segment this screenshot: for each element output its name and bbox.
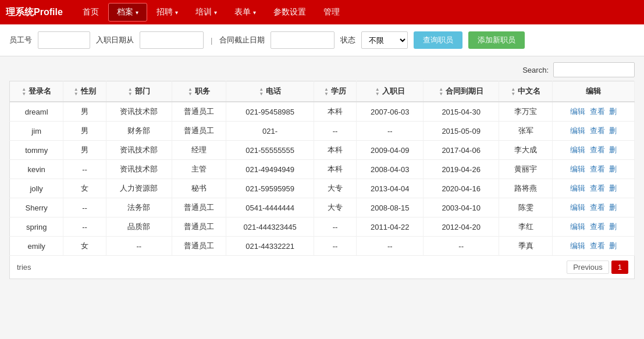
nav-item-首页[interactable]: 首页 bbox=[74, 3, 107, 21]
col-header-education[interactable]: ▲▼学历 bbox=[314, 81, 357, 102]
action-编辑[interactable]: 编辑 bbox=[570, 165, 585, 173]
cell-contract_end: 2003-04-10 bbox=[424, 198, 499, 217]
cell-cn_name[interactable]: 陈雯 bbox=[499, 198, 553, 217]
nav-item-参数设置[interactable]: 参数设置 bbox=[265, 3, 314, 21]
table-row: jim男财务部普通员工021-----2015-05-09张军编辑 查看 删 bbox=[10, 122, 635, 141]
nav-item-招聘[interactable]: 招聘▾ bbox=[148, 3, 186, 21]
action-编辑[interactable]: 编辑 bbox=[570, 126, 585, 135]
action-删[interactable]: 删 bbox=[609, 184, 617, 192]
chevron-down-icon: ▾ bbox=[175, 9, 178, 16]
cell-phone: 021-49494949 bbox=[226, 160, 314, 179]
cell-actions[interactable]: 编辑 查看 删 bbox=[553, 102, 635, 122]
cell-actions[interactable]: 编辑 查看 删 bbox=[553, 198, 635, 217]
cell-dept: -- bbox=[106, 237, 172, 256]
action-删[interactable]: 删 bbox=[609, 126, 617, 135]
cell-actions[interactable]: 编辑 查看 删 bbox=[553, 217, 635, 237]
col-header-cn_name[interactable]: ▲▼中文名 bbox=[499, 81, 553, 102]
cell-position: 普通员工 bbox=[172, 122, 226, 141]
nav-items: 首页档案▾招聘▾培训▾表单▾参数设置管理 bbox=[74, 3, 348, 22]
cell-cn_name[interactable]: 张军 bbox=[499, 122, 553, 141]
col-header-gender[interactable]: ▲▼性别 bbox=[63, 81, 106, 102]
page-1-button[interactable]: 1 bbox=[611, 261, 628, 274]
cell-join_date: 2007-06-03 bbox=[357, 102, 424, 122]
table-row: dreaml男资讯技术部普通员工021-95458985本科2007-06-03… bbox=[10, 102, 635, 122]
cell-phone: 021-59595959 bbox=[226, 179, 314, 198]
action-编辑[interactable]: 编辑 bbox=[570, 145, 585, 154]
employees-table: ▲▼登录名▲▼性别▲▼部门▲▼职务▲▼电话▲▼学历▲▼入职日▲▼合同到期日▲▼中… bbox=[9, 81, 635, 256]
col-header-position[interactable]: ▲▼职务 bbox=[172, 81, 226, 102]
cell-cn_name[interactable]: 李万宝 bbox=[499, 102, 553, 122]
cell-dept: 资讯技术部 bbox=[106, 141, 172, 160]
cell-phone: 021-95458985 bbox=[226, 102, 314, 122]
contract-end-label: 合同截止日期 bbox=[219, 35, 265, 45]
action-查看[interactable]: 查看 bbox=[590, 222, 605, 231]
action-删[interactable]: 删 bbox=[609, 241, 617, 250]
add-employee-button[interactable]: 添加新职员 bbox=[468, 31, 525, 49]
employee-id-input[interactable] bbox=[38, 31, 90, 49]
cell-cn_name[interactable]: 季真 bbox=[499, 237, 553, 256]
col-header-login[interactable]: ▲▼登录名 bbox=[10, 81, 63, 102]
action-查看[interactable]: 查看 bbox=[590, 184, 605, 192]
cell-actions[interactable]: 编辑 查看 删 bbox=[553, 179, 635, 198]
cell-position: 普通员工 bbox=[172, 217, 226, 237]
action-编辑[interactable]: 编辑 bbox=[570, 222, 585, 231]
nav-item-档案[interactable]: 档案▾ bbox=[108, 3, 147, 22]
action-删[interactable]: 删 bbox=[609, 222, 617, 231]
action-编辑[interactable]: 编辑 bbox=[570, 241, 585, 250]
col-header-join_date[interactable]: ▲▼入职日 bbox=[357, 81, 424, 102]
action-编辑[interactable]: 编辑 bbox=[570, 107, 585, 116]
col-header-phone[interactable]: ▲▼电话 bbox=[226, 81, 314, 102]
status-select[interactable]: 不限在职离职试用 bbox=[361, 31, 408, 49]
cell-login: jim bbox=[10, 122, 63, 141]
col-header-dept[interactable]: ▲▼部门 bbox=[106, 81, 172, 102]
table-row: spring--品质部普通员工021-444323445--2011-04-22… bbox=[10, 217, 635, 237]
search-label: Search: bbox=[522, 66, 549, 74]
col-header-actions[interactable]: 编辑 bbox=[553, 81, 635, 102]
cell-dept: 品质部 bbox=[106, 217, 172, 237]
cell-join_date: 2008-08-15 bbox=[357, 198, 424, 217]
join-date-from-input[interactable] bbox=[140, 31, 204, 49]
action-编辑[interactable]: 编辑 bbox=[570, 203, 585, 212]
nav-item-表单[interactable]: 表单▾ bbox=[226, 3, 264, 21]
cell-actions[interactable]: 编辑 查看 删 bbox=[553, 141, 635, 160]
cell-dept: 人力资源部 bbox=[106, 179, 172, 198]
cell-actions[interactable]: 编辑 查看 删 bbox=[553, 122, 635, 141]
nav-item-管理[interactable]: 管理 bbox=[315, 3, 348, 21]
cell-dept: 法务部 bbox=[106, 198, 172, 217]
cell-cn_name[interactable]: 李红 bbox=[499, 217, 553, 237]
cell-gender: -- bbox=[63, 198, 106, 217]
cell-cn_name[interactable]: 黄丽宇 bbox=[499, 160, 553, 179]
cell-contract_end: 2012-04-20 bbox=[424, 217, 499, 237]
cell-login: tommy bbox=[10, 141, 63, 160]
action-查看[interactable]: 查看 bbox=[590, 107, 605, 116]
sort-icon: ▲▼ bbox=[74, 87, 79, 97]
previous-button[interactable]: Previous bbox=[567, 261, 609, 274]
action-编辑[interactable]: 编辑 bbox=[570, 184, 585, 192]
table-row: tommy男资讯技术部经理021-55555555本科2009-04-09201… bbox=[10, 141, 635, 160]
action-查看[interactable]: 查看 bbox=[590, 165, 605, 173]
action-查看[interactable]: 查看 bbox=[590, 203, 605, 212]
cell-actions[interactable]: 编辑 查看 删 bbox=[553, 237, 635, 256]
cell-actions[interactable]: 编辑 查看 删 bbox=[553, 160, 635, 179]
cell-cn_name[interactable]: 路将燕 bbox=[499, 179, 553, 198]
nav-item-培训[interactable]: 培训▾ bbox=[187, 3, 225, 21]
action-删[interactable]: 删 bbox=[609, 203, 617, 212]
cell-login: dreaml bbox=[10, 102, 63, 122]
cell-join_date: 2009-04-09 bbox=[357, 141, 424, 160]
action-删[interactable]: 删 bbox=[609, 165, 617, 173]
action-删[interactable]: 删 bbox=[609, 145, 617, 154]
cell-contract_end: 2017-04-06 bbox=[424, 141, 499, 160]
contract-end-input[interactable] bbox=[271, 31, 335, 49]
cell-join_date: 2008-04-03 bbox=[357, 160, 424, 179]
search-input[interactable] bbox=[553, 62, 635, 77]
action-删[interactable]: 删 bbox=[609, 107, 617, 116]
cell-cn_name[interactable]: 李大成 bbox=[499, 141, 553, 160]
col-header-contract_end[interactable]: ▲▼合同到期日 bbox=[424, 81, 499, 102]
query-button[interactable]: 查询职员 bbox=[414, 31, 462, 49]
cell-contract_end: 2015-05-09 bbox=[424, 122, 499, 141]
action-查看[interactable]: 查看 bbox=[590, 241, 605, 250]
table-row: Sherry--法务部普通员工0541-4444444大专2008-08-152… bbox=[10, 198, 635, 217]
action-查看[interactable]: 查看 bbox=[590, 126, 605, 135]
action-查看[interactable]: 查看 bbox=[590, 145, 605, 154]
sort-icon: ▲▼ bbox=[188, 87, 193, 97]
